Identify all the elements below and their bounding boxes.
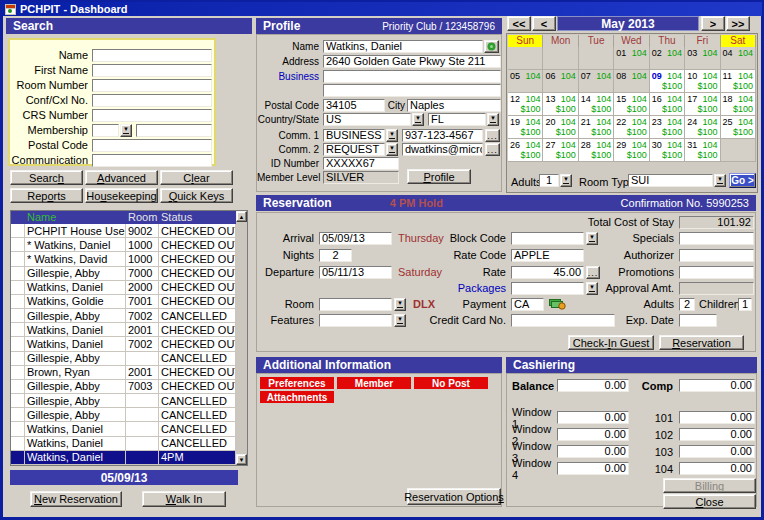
search-action-button[interactable]: Reports [10, 188, 83, 203]
calendar-day[interactable]: 14104$100 [579, 93, 614, 116]
comm1-dropdown-button[interactable]: ▼ [386, 129, 398, 142]
row-selector-cell[interactable] [11, 281, 25, 294]
search-membership-number-input[interactable] [136, 124, 212, 137]
row-selector-cell[interactable] [11, 224, 25, 237]
rate-ellipsis-button[interactable]: ... [586, 266, 600, 279]
authorizer-input[interactable] [679, 249, 754, 262]
room-input[interactable] [319, 298, 392, 311]
block-code-dropdown-button[interactable]: ▼ [586, 232, 598, 245]
table-row[interactable]: Gillespie, Abby 7000 CHECKED OUT [11, 267, 236, 281]
row-selector-cell[interactable] [11, 437, 25, 450]
calendar-day[interactable]: 22104$100 [614, 116, 649, 139]
check-in-guest-button[interactable]: Check-In Guest [568, 335, 654, 350]
info-flag-lamp[interactable]: Preferences [260, 377, 334, 389]
comm2-dropdown-button[interactable]: ▼ [386, 143, 398, 156]
table-row[interactable]: Gillespie, Abby 7003 CHECKED OUT [11, 380, 236, 394]
calendar-day[interactable]: 17104$100 [685, 93, 720, 116]
row-selector-cell[interactable] [11, 252, 25, 265]
calendar-day[interactable]: 31104$100 [685, 139, 720, 162]
row-selector-cell[interactable] [11, 323, 25, 336]
calendar-day[interactable]: 03104 [685, 47, 720, 70]
search-name-input[interactable] [92, 49, 212, 62]
table-row[interactable]: * Watkins, David 1000 CHECKED OUT [11, 252, 236, 266]
row-selector-cell[interactable] [11, 380, 25, 393]
row-selector-cell[interactable] [11, 309, 25, 322]
comm1-type-input[interactable]: BUSINESS [323, 129, 385, 142]
search-crs-input[interactable] [92, 109, 212, 122]
name-column-header[interactable]: Name [25, 211, 126, 224]
adults-dropdown-button[interactable]: ▼ [560, 174, 572, 187]
comm1-value-input[interactable]: 937-123-4567 [402, 129, 483, 142]
go-button[interactable]: Go > [729, 173, 756, 188]
features-input[interactable] [319, 314, 392, 327]
exp-date-input[interactable] [679, 314, 717, 327]
comm2-value-input[interactable]: dwatkins@micros [402, 143, 483, 156]
calendar-day[interactable]: 27104$100 [543, 139, 578, 162]
reservation-options-button[interactable]: Reservation Options [407, 488, 501, 505]
postal-code-input[interactable]: 34105 [323, 99, 385, 112]
calendar-day[interactable]: 12104$100 [508, 93, 543, 116]
title-bar[interactable]: PCHPIT - Dashboard [2, 2, 762, 16]
search-action-button[interactable]: Quick Keys [160, 188, 233, 203]
calendar-day[interactable] [508, 47, 543, 70]
search-action-button[interactable]: Clear [160, 170, 233, 185]
info-flag-lamp[interactable]: Member [337, 377, 411, 389]
profile-button[interactable]: Profile [407, 169, 471, 184]
table-row[interactable]: Watkins, Daniel 2000 CHECKED OUT [11, 281, 236, 295]
state-input[interactable]: FL [428, 113, 486, 126]
calendar-day[interactable]: 19104$100 [508, 116, 543, 139]
results-scrollbar[interactable]: ▲ ▼ [236, 211, 247, 465]
credit-card-input[interactable] [511, 314, 615, 327]
specials-input[interactable] [679, 232, 754, 245]
calendar-day[interactable]: 30104$100 [650, 139, 685, 162]
search-action-button[interactable]: Search [10, 170, 83, 185]
search-conf-cxl-input[interactable] [92, 94, 212, 107]
calendar-day[interactable] [721, 139, 756, 162]
status-column-header[interactable]: Status [159, 211, 236, 224]
search-room-number-input[interactable] [92, 79, 212, 92]
calendar-day[interactable]: 04104 [721, 47, 756, 70]
search-action-button[interactable]: Advanced [85, 170, 158, 185]
arrival-input[interactable]: 05/09/13 [319, 232, 392, 245]
room-dropdown-button[interactable]: ▼ [394, 298, 406, 311]
calendar-day[interactable]: 07104 [579, 70, 614, 93]
calendar-day[interactable]: 13104$100 [543, 93, 578, 116]
packages-label[interactable]: Packages [407, 282, 506, 295]
rate-code-input[interactable]: APPLE [511, 249, 584, 262]
table-row[interactable]: Gillespie, Abby 7002 CANCELLED [11, 309, 236, 323]
table-row[interactable]: Gillespie, Abby CANCELLED [11, 352, 236, 366]
calendar-day[interactable]: 26104$100 [508, 139, 543, 162]
search-postal-input[interactable] [92, 139, 212, 152]
payment-input[interactable]: CA [511, 298, 544, 311]
scroll-down-button[interactable]: ▼ [236, 454, 247, 465]
calendar-day[interactable]: 29104$100 [614, 139, 649, 162]
profile-lookup-button[interactable] [484, 40, 499, 53]
table-row[interactable]: PCHPIT House Use 9002 CHECKED OUT [11, 224, 236, 238]
table-row[interactable]: Watkins, Daniel 7002 CHECKED OUT [11, 337, 236, 351]
packages-input[interactable] [511, 282, 584, 295]
calendar-day[interactable]: 15104$100 [614, 93, 649, 116]
calendar-prev-button[interactable]: < [532, 16, 556, 31]
calendar-day[interactable]: 21104$100 [579, 116, 614, 139]
calendar-day[interactable]: 20104$100 [543, 116, 578, 139]
search-communication-input[interactable] [92, 154, 212, 167]
calendar-day[interactable]: 08104 [614, 70, 649, 93]
calendar-day[interactable]: 16104$100 [650, 93, 685, 116]
calendar-day[interactable]: 25104$100 [721, 116, 756, 139]
info-flag-lamp[interactable]: Attachments [260, 391, 334, 403]
table-row[interactable]: Gillespie, Abby CANCELLED [11, 394, 236, 408]
calendar-day[interactable]: 06104 [543, 70, 578, 93]
calendar-day[interactable]: 02104 [650, 47, 685, 70]
calendar-day[interactable]: 11104$100 [721, 70, 756, 93]
calendar-day[interactable]: 18104$100 [721, 93, 756, 116]
calendar-adults-input[interactable]: 1 [539, 174, 559, 187]
calendar-last-button[interactable]: >> [726, 16, 750, 31]
packages-dropdown-button[interactable]: ▼ [586, 282, 598, 295]
calendar-first-button[interactable]: << [507, 16, 531, 31]
membership-dropdown-button[interactable]: ▼ [120, 124, 132, 137]
block-code-input[interactable] [511, 232, 584, 245]
row-selector-cell[interactable] [11, 337, 25, 350]
row-selector-cell[interactable] [11, 267, 25, 280]
children-input[interactable]: 1 [738, 298, 752, 311]
row-selector-cell[interactable] [11, 352, 25, 365]
